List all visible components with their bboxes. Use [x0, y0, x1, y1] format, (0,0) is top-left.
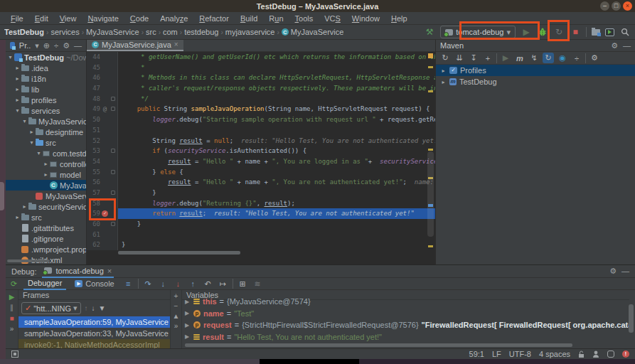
- breadcrumb-item[interactable]: testdebug: [184, 28, 218, 36]
- project-tree-item-src[interactable]: ▸src: [6, 212, 86, 223]
- run-button[interactable]: ▶: [521, 26, 532, 38]
- locate-file-icon[interactable]: ⊕: [43, 42, 50, 50]
- tree-arrow-icon[interactable]: ▾: [36, 150, 42, 156]
- code-line-60[interactable]: 60 }: [87, 219, 435, 230]
- gutter-spacer[interactable]: [100, 146, 110, 156]
- pause-icon[interactable]: ∥: [10, 304, 14, 311]
- expand-arrow-icon[interactable]: ▶: [185, 333, 191, 340]
- gutter-spacer[interactable]: [100, 198, 110, 209]
- code-line-62[interactable]: 62}: [87, 240, 435, 250]
- project-tree-item-src[interactable]: ▾src: [6, 137, 86, 148]
- gutter-spacer[interactable]: [100, 219, 110, 230]
- variable-row-this[interactable]: ▶this = {MyJavaService@7574}: [182, 296, 629, 308]
- project-structure-icon[interactable]: [592, 29, 600, 36]
- menu-file[interactable]: File: [6, 14, 28, 23]
- profiles-icon[interactable]: ◉: [557, 53, 568, 63]
- gutter[interactable]: 55: [87, 167, 118, 178]
- tree-arrow-icon[interactable]: ▸: [43, 171, 49, 178]
- project-view-combo[interactable]: Pr..: [19, 41, 31, 50]
- debug-session-tab[interactable]: tomcat-debug ×: [42, 265, 114, 278]
- mute-breakpoints-icon[interactable]: ≋: [252, 279, 263, 289]
- line-separator[interactable]: LF: [492, 350, 501, 358]
- project-tree-item-testdebug[interactable]: ▾TestDebug ~/Dow: [6, 52, 86, 63]
- expand-arrow-icon[interactable]: ▶: [185, 322, 191, 328]
- menu-refactor[interactable]: Refactor: [194, 14, 234, 23]
- stop-button[interactable]: ■: [570, 26, 581, 38]
- force-step-into-icon[interactable]: ↓: [173, 279, 183, 288]
- project-tree-hscrollbar[interactable]: [7, 259, 50, 262]
- fold-marker-icon[interactable]: [110, 94, 117, 105]
- gutter[interactable]: 61: [87, 230, 118, 240]
- close-button[interactable]: ×: [623, 1, 632, 11]
- close-tab-icon[interactable]: ×: [174, 41, 178, 48]
- variable-row-result[interactable]: ▶result = "Hello Test, You are not authe…: [182, 331, 629, 343]
- indent-setting[interactable]: 4 spaces: [539, 350, 570, 358]
- tree-arrow-icon[interactable]: ▸: [14, 65, 21, 71]
- frame-row[interactable]: sampleJavaOperation:33, MyJavaService: [18, 328, 170, 339]
- project-tree-item-gitignore[interactable]: .gitignore: [6, 233, 86, 244]
- code-line-48[interactable]: 48 */: [87, 94, 435, 105]
- gutter-spacer[interactable]: [100, 230, 110, 240]
- tree-arrow-icon[interactable]: ▾: [7, 54, 14, 60]
- gutter[interactable]: 53: [87, 146, 118, 156]
- gutter[interactable]: 51: [87, 125, 118, 136]
- project-tree-item-profiles[interactable]: ▸profiles: [6, 95, 86, 105]
- expand-arrow-icon[interactable]: ▶: [185, 299, 191, 305]
- rerun-icon[interactable]: ⟳: [9, 279, 19, 289]
- code-line-59[interactable]: 59✓ return result; result: "Hello Test, …: [87, 208, 435, 219]
- step-over-icon[interactable]: ↷: [143, 279, 154, 289]
- collapse-all-icon[interactable]: ÷: [571, 53, 582, 63]
- tree-arrow-icon[interactable]: ▸: [14, 86, 21, 92]
- add-maven-project-icon[interactable]: +: [482, 53, 493, 63]
- frame-row[interactable]: sampleJavaOperation:59, MyJavaService: [18, 316, 170, 328]
- debug-vscrollbar[interactable]: [629, 304, 634, 333]
- gutter[interactable]: 54: [87, 156, 118, 167]
- toolwindow-toggle-icon[interactable]: [11, 350, 18, 358]
- fold-marker-icon[interactable]: [110, 188, 117, 198]
- close-icon[interactable]: ×: [107, 267, 112, 275]
- project-tree-item-myjavaservice[interactable]: ▾MyJavaService: [6, 116, 86, 127]
- gutter[interactable]: 52: [87, 136, 118, 146]
- gutter-spacer[interactable]: [100, 188, 110, 198]
- gutter[interactable]: 58: [87, 198, 118, 209]
- project-tree-item-controller[interactable]: ▸controller: [6, 159, 86, 169]
- menu-build[interactable]: Build: [235, 14, 262, 23]
- editor-tab[interactable]: C MyJavaService.java ×: [87, 40, 183, 51]
- project-tree-item-idea[interactable]: ▸.idea: [6, 63, 86, 73]
- variable-row-name[interactable]: ▶pname = "Test": [182, 308, 629, 320]
- code-line-56[interactable]: 56 result = "Hello " + name + ", You are…: [87, 177, 435, 188]
- project-tree-item-comtestdebug[interactable]: ▾com.testdebug: [6, 148, 86, 159]
- generate-sources-icon[interactable]: ⇊: [454, 53, 465, 63]
- fold-marker-icon[interactable]: [110, 167, 117, 178]
- minimize-button[interactable]: –: [600, 1, 609, 11]
- add-watch-icon[interactable]: +: [174, 292, 178, 300]
- project-tree-item-myjavaservice[interactable]: MyJavaService: [6, 191, 86, 201]
- breadcrumb-item[interactable]: myjavaservice: [225, 28, 275, 36]
- code-line-47[interactable]: 47 * caller's request/response objects r…: [87, 83, 435, 94]
- variables-hscrollbar[interactable]: [185, 343, 572, 347]
- step-into-icon[interactable]: ↓: [158, 279, 169, 288]
- code-line-46[interactable]: 46 * Methods in this class can declare H…: [87, 73, 435, 83]
- caret-position[interactable]: 59:1: [469, 350, 484, 358]
- gutter[interactable]: 48: [87, 94, 118, 105]
- prev-frame-icon[interactable]: ↑: [85, 304, 88, 312]
- code-editor[interactable]: 44 * getUserName() and getUserId() etc w…: [87, 52, 435, 250]
- remove-watch-icon[interactable]: −: [174, 302, 178, 310]
- gutter[interactable]: 56: [87, 177, 118, 188]
- editor-hscrollbar[interactable]: [118, 251, 240, 255]
- project-tree-item-wmprojectprop[interactable]: .wmproject.prop: [6, 244, 86, 255]
- gutter-spacer[interactable]: [100, 52, 110, 63]
- breakpoint-icon[interactable]: ✓: [100, 208, 110, 219]
- reader-mode-icon[interactable]: [607, 350, 614, 358]
- menu-view[interactable]: View: [55, 14, 82, 23]
- expand-arrow-icon[interactable]: ▶: [185, 310, 191, 316]
- menu-vcs[interactable]: VCS: [319, 14, 346, 23]
- maximize-button[interactable]: □: [612, 1, 621, 11]
- menu-help[interactable]: Help: [386, 14, 412, 23]
- project-tree-item-i18n[interactable]: ▸i18n: [6, 73, 86, 84]
- run-config-selector[interactable]: tomcat-debug▾: [440, 26, 516, 38]
- resume-icon[interactable]: ▶: [9, 293, 15, 301]
- code-line-57[interactable]: 57 }: [87, 188, 435, 198]
- gutter-spacer[interactable]: [100, 167, 110, 178]
- tree-arrow-icon[interactable]: ▸: [14, 214, 21, 220]
